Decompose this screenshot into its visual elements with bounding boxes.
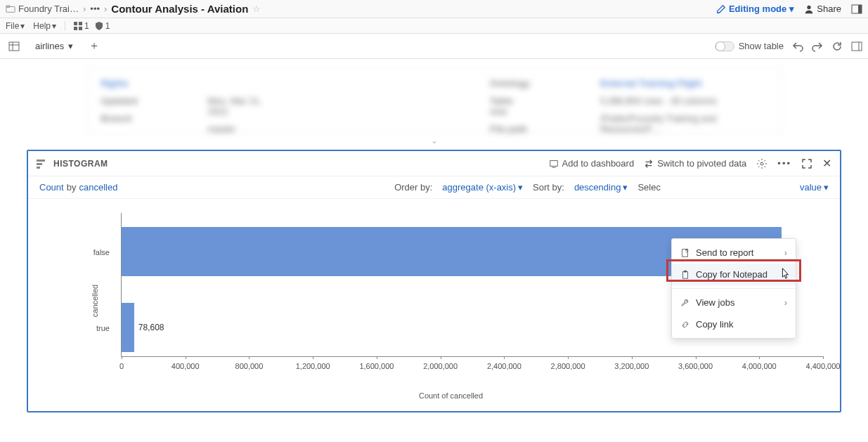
help-menu[interactable]: Help▾	[33, 21, 56, 31]
x-axis-label: Count of cancelled	[79, 391, 823, 400]
svg-rect-22	[684, 270, 687, 272]
dataset-chip[interactable]: airlines ▾	[30, 39, 79, 53]
category-label-true: true	[75, 324, 110, 332]
table-icon	[8, 41, 20, 52]
panel-title: HISTOGRAM	[53, 159, 108, 169]
metric-link[interactable]: Count	[39, 182, 64, 193]
add-dataset-button[interactable]: ＋	[86, 38, 103, 55]
x-tick-label: 0	[119, 362, 124, 370]
x-tick-label: 1,200,000	[296, 362, 330, 370]
panel-right-icon[interactable]	[851, 4, 862, 15]
file-menu[interactable]: File▾	[6, 21, 25, 31]
x-tick-label: 2,000,000	[423, 362, 458, 370]
svg-rect-9	[9, 42, 19, 51]
menu-divider	[672, 288, 796, 289]
svg-point-2	[808, 5, 811, 8]
x-tick-label: 400,000	[171, 362, 200, 370]
svg-rect-12	[852, 42, 862, 51]
person-icon	[804, 4, 814, 14]
x-tick-label: 2,400,000	[487, 362, 522, 370]
by-label: by	[67, 182, 77, 193]
divider	[65, 21, 65, 31]
refresh-icon[interactable]	[831, 41, 843, 52]
badge-count: 1	[84, 21, 89, 31]
sort-by-dropdown[interactable]: descending ▾	[574, 182, 628, 193]
y-axis-label: cancelled	[91, 285, 99, 317]
shield-icon	[95, 22, 103, 30]
chevron-right-icon: ›	[784, 247, 787, 258]
x-tick-label: 3,200,000	[614, 362, 649, 370]
value-dropdown[interactable]: value ▾	[800, 182, 829, 193]
x-tick	[186, 356, 186, 359]
dimension-link[interactable]: cancelled	[79, 182, 117, 193]
x-tick	[313, 356, 313, 359]
svg-rect-17	[550, 160, 557, 166]
undo-icon[interactable]	[792, 41, 803, 52]
gear-icon[interactable]	[756, 158, 767, 169]
close-icon[interactable]: ✕	[822, 157, 831, 170]
dashboard-icon	[549, 159, 559, 169]
x-tick-label: 3,600,000	[678, 362, 713, 370]
x-tick	[632, 356, 633, 359]
toggle-switch[interactable]	[715, 41, 734, 51]
folder-icon	[6, 4, 15, 14]
x-tick	[441, 356, 441, 359]
breadcrumb-root[interactable]: Foundry Trai…	[6, 4, 79, 14]
shield-count-badge[interactable]: 1	[95, 21, 110, 31]
x-tick	[249, 356, 250, 359]
chevron-down-icon: ▾	[68, 41, 73, 51]
chevron-down-icon: ▾	[824, 182, 829, 193]
sort-by-label: Sort by:	[533, 182, 564, 193]
bar-true-value: 78,608	[138, 323, 164, 332]
x-tick-label: 1,600,000	[359, 362, 394, 370]
dataset-toolbar: airlines ▾ ＋ Show table	[0, 34, 868, 59]
share-label: Share	[817, 4, 841, 14]
show-table-label: Show table	[739, 41, 784, 51]
x-tick-label: 800,000	[235, 362, 264, 370]
clipboard-icon	[680, 270, 690, 280]
chevron-down-icon: ▾	[623, 182, 628, 193]
order-by-dropdown[interactable]: aggregate (x-axis) ▾	[442, 182, 523, 193]
redo-icon[interactable]	[812, 41, 823, 52]
menu-send-to-report[interactable]: Send to report ›	[672, 242, 796, 264]
breadcrumb-ellipsis[interactable]: •••	[90, 4, 100, 14]
badge-count: 1	[105, 21, 110, 31]
breadcrumb: Foundry Trai… › ••• › Contour Analysis -…	[6, 3, 261, 15]
chevron-down-icon: ▾	[518, 182, 523, 193]
x-tick	[122, 356, 122, 359]
editing-mode-dropdown[interactable]: Editing mode ▾	[716, 4, 794, 14]
svg-point-19	[760, 162, 763, 165]
dataset-info-card: flights Updated Branch Mon, Mar 21, 2022…	[86, 67, 782, 134]
menu-copy-link[interactable]: Copy link	[672, 313, 796, 335]
bar-true[interactable]: 78,608	[122, 303, 164, 352]
switch-pivoted-button[interactable]: Switch to pivoted data	[644, 158, 746, 169]
svg-rect-5	[74, 22, 77, 25]
expand-icon[interactable]	[801, 158, 812, 169]
x-tick	[504, 356, 505, 359]
share-button[interactable]: Share	[804, 4, 841, 14]
page-title: Contour Analysis - Aviation	[111, 3, 248, 15]
select-label-truncated: Selec	[637, 182, 661, 193]
chevron-down-icon: ▾	[789, 4, 794, 14]
menu-copy-for-notepad[interactable]: Copy for Notepad	[672, 264, 796, 285]
chevron-right-icon: ›	[83, 4, 86, 14]
board-count-badge[interactable]: 1	[74, 21, 89, 31]
star-icon[interactable]: ☆	[252, 4, 261, 14]
expand-handle-icon[interactable]: ⌄	[0, 136, 868, 145]
show-table-toggle[interactable]: Show table	[715, 41, 784, 51]
x-tick	[568, 356, 569, 359]
order-by-label: Order by:	[394, 182, 432, 193]
more-icon[interactable]: •••	[777, 158, 791, 169]
svg-rect-7	[74, 27, 77, 30]
menu-view-jobs[interactable]: View jobs ›	[672, 292, 796, 313]
add-to-dashboard-button[interactable]: Add to dashboard	[549, 158, 635, 169]
svg-rect-6	[79, 22, 82, 25]
x-tick	[823, 356, 824, 359]
panel-icon[interactable]	[851, 41, 862, 52]
table-toggle-button[interactable]	[6, 38, 22, 55]
main-content: flights Updated Branch Mon, Mar 21, 2022…	[0, 59, 868, 442]
edit-icon	[716, 4, 726, 14]
svg-rect-21	[683, 271, 688, 278]
editing-mode-label: Editing mode	[729, 4, 786, 14]
header-actions: Editing mode ▾ Share	[716, 4, 862, 15]
